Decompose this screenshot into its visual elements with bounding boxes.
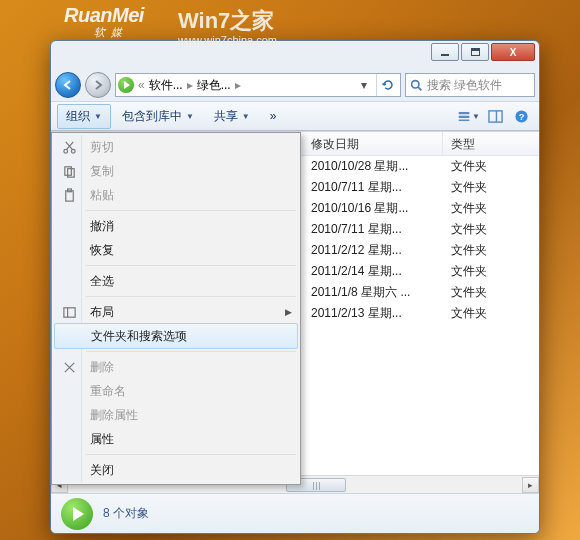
- menu-properties-label: 属性: [90, 431, 114, 448]
- menu-select-all[interactable]: 全选: [54, 269, 298, 293]
- copy-icon: [60, 162, 78, 180]
- menu-redo[interactable]: 恢复: [54, 238, 298, 262]
- cell-type: 文件夹: [443, 263, 539, 280]
- column-type[interactable]: 类型: [443, 132, 539, 155]
- svg-point-0: [412, 80, 419, 87]
- delete-icon: [60, 358, 78, 376]
- organize-menu: 剪切 复制 粘贴 撤消 恢复 全选 布局 文件夹和搜索选项: [51, 132, 301, 485]
- menu-select-all-label: 全选: [90, 273, 114, 290]
- cell-date: 2010/10/16 星期...: [303, 200, 443, 217]
- svg-rect-5: [488, 110, 501, 121]
- cell-type: 文件夹: [443, 305, 539, 322]
- svg-rect-15: [63, 307, 74, 316]
- search-input[interactable]: 搜索 绿色软件: [405, 73, 535, 97]
- svg-line-1: [418, 87, 421, 90]
- table-row[interactable]: 2010/10/16 星期...文件夹: [303, 198, 539, 219]
- close-button[interactable]: X: [491, 43, 535, 61]
- brand-win7: Win7之家: [178, 8, 274, 33]
- menu-copy: 复制: [54, 159, 298, 183]
- scroll-right-button[interactable]: ▸: [522, 477, 539, 493]
- cell-type: 文件夹: [443, 221, 539, 238]
- cell-date: 2010/10/28 星期...: [303, 158, 443, 175]
- breadcrumb-chevron[interactable]: «: [138, 78, 145, 92]
- status-folder-icon: [61, 498, 93, 530]
- view-button[interactable]: ▼: [457, 105, 481, 127]
- cell-type: 文件夹: [443, 242, 539, 259]
- table-row[interactable]: 2011/1/8 星期六 ...文件夹: [303, 282, 539, 303]
- breadcrumb-seg1[interactable]: 软件...: [149, 77, 183, 94]
- minimize-button[interactable]: [431, 43, 459, 61]
- svg-text:?: ?: [518, 112, 524, 122]
- menu-rename-label: 重命名: [90, 383, 126, 400]
- layout-icon: [60, 303, 78, 321]
- organize-button[interactable]: 组织▼: [57, 104, 111, 129]
- maximize-button[interactable]: [461, 43, 489, 61]
- menu-close[interactable]: 关闭: [54, 458, 298, 482]
- include-label: 包含到库中: [122, 108, 182, 125]
- search-icon: [410, 79, 423, 92]
- column-date[interactable]: 修改日期: [303, 132, 443, 155]
- cell-date: 2011/1/8 星期六 ...: [303, 284, 443, 301]
- menu-copy-label: 复制: [90, 163, 114, 180]
- table-row[interactable]: 2011/2/13 星期...文件夹: [303, 303, 539, 324]
- menu-delete-label: 删除: [90, 359, 114, 376]
- back-button[interactable]: [55, 72, 81, 98]
- svg-point-9: [63, 149, 67, 153]
- preview-pane-button[interactable]: [483, 105, 507, 127]
- status-count: 8 个对象: [103, 505, 149, 522]
- address-dropdown[interactable]: ▾: [356, 78, 372, 92]
- menu-properties[interactable]: 属性: [54, 427, 298, 451]
- address-bar[interactable]: « 软件... ▸ 绿色... ▸ ▾: [115, 73, 401, 97]
- menu-remove-properties: 删除属性: [54, 403, 298, 427]
- nav-row: « 软件... ▸ 绿色... ▸ ▾ 搜索 绿色软件: [51, 69, 539, 101]
- titlebar: X: [51, 41, 539, 69]
- paste-icon: [60, 186, 78, 204]
- menu-paste-label: 粘贴: [90, 187, 114, 204]
- menu-redo-label: 恢复: [90, 242, 114, 259]
- table-row[interactable]: 2010/7/11 星期...文件夹: [303, 219, 539, 240]
- breadcrumb-sep: ▸: [235, 78, 241, 92]
- menu-rename: 重命名: [54, 379, 298, 403]
- toolbar: 组织▼ 包含到库中▼ 共享▼ » ▼ ?: [51, 101, 539, 131]
- cell-date: 2010/7/11 星期...: [303, 179, 443, 196]
- refresh-button[interactable]: [376, 74, 398, 96]
- cell-date: 2010/7/11 星期...: [303, 221, 443, 238]
- cut-icon: [60, 138, 78, 156]
- svg-rect-2: [459, 111, 470, 113]
- overflow-label: »: [270, 109, 277, 123]
- content-area: 修改日期 类型 2010/10/28 星期...文件夹2010/7/11 星期.…: [51, 131, 539, 493]
- cell-type: 文件夹: [443, 284, 539, 301]
- brand-ruanmei: RuanMei: [64, 4, 144, 26]
- table-row[interactable]: 2011/2/14 星期...文件夹: [303, 261, 539, 282]
- svg-rect-4: [459, 119, 470, 121]
- svg-point-10: [71, 149, 75, 153]
- menu-folder-options-label: 文件夹和搜索选项: [91, 328, 187, 345]
- organize-label: 组织: [66, 108, 90, 125]
- cell-type: 文件夹: [443, 158, 539, 175]
- toolbar-overflow[interactable]: »: [261, 105, 286, 127]
- svg-rect-3: [459, 115, 470, 117]
- table-row[interactable]: 2010/10/28 星期...文件夹: [303, 156, 539, 177]
- menu-layout-label: 布局: [90, 304, 114, 321]
- breadcrumb-sep: ▸: [187, 78, 193, 92]
- table-row[interactable]: 2011/2/12 星期...文件夹: [303, 240, 539, 261]
- cell-date: 2011/2/12 星期...: [303, 242, 443, 259]
- menu-cut: 剪切: [54, 135, 298, 159]
- watermark-left: RuanMei 软媒: [64, 4, 144, 40]
- brand-ruanmei-cn: 软媒: [64, 25, 144, 40]
- share-button[interactable]: 共享▼: [205, 104, 259, 129]
- breadcrumb-seg2[interactable]: 绿色...: [197, 77, 231, 94]
- table-row[interactable]: 2010/7/11 星期...文件夹: [303, 177, 539, 198]
- menu-folder-options[interactable]: 文件夹和搜索选项: [54, 323, 298, 349]
- include-in-library-button[interactable]: 包含到库中▼: [113, 104, 203, 129]
- search-placeholder: 搜索 绿色软件: [427, 77, 502, 94]
- forward-button[interactable]: [85, 72, 111, 98]
- folder-type-icon: [118, 77, 134, 93]
- menu-layout[interactable]: 布局: [54, 300, 298, 324]
- menu-undo[interactable]: 撤消: [54, 214, 298, 238]
- explorer-window: X « 软件... ▸ 绿色... ▸ ▾ 搜索 绿色软件 组织▼: [50, 40, 540, 534]
- help-button[interactable]: ?: [509, 105, 533, 127]
- menu-undo-label: 撤消: [90, 218, 114, 235]
- cell-type: 文件夹: [443, 179, 539, 196]
- watermark-right: Win7之家 www.win7china.com: [178, 6, 277, 46]
